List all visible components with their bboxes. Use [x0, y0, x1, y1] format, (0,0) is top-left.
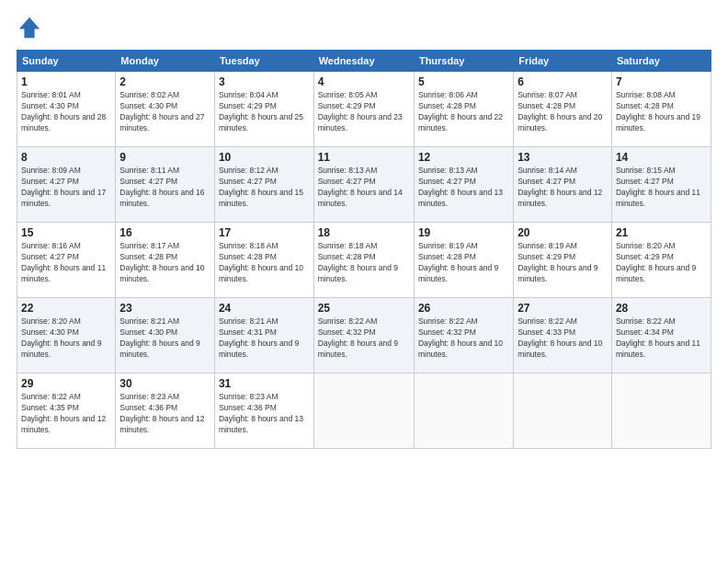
calendar-cell: 10Sunrise: 8:12 AMSunset: 4:27 PMDayligh…: [214, 147, 313, 223]
day-info: Sunrise: 8:07 AMSunset: 4:28 PMDaylight:…: [518, 90, 608, 134]
day-info: Sunrise: 8:13 AMSunset: 4:27 PMDaylight:…: [418, 166, 509, 210]
day-info: Sunrise: 8:17 AMSunset: 4:28 PMDaylight:…: [119, 241, 210, 285]
day-info: Sunrise: 8:22 AMSunset: 4:34 PMDaylight:…: [616, 316, 707, 361]
calendar-cell: [611, 373, 711, 449]
day-number: 1: [21, 75, 111, 88]
day-info: Sunrise: 8:19 AMSunset: 4:28 PMDaylight:…: [418, 241, 509, 285]
day-info: Sunrise: 8:23 AMSunset: 4:36 PMDaylight:…: [119, 392, 210, 436]
calendar-cell: 20Sunrise: 8:19 AMSunset: 4:29 PMDayligh…: [514, 223, 612, 298]
day-info: Sunrise: 8:21 AMSunset: 4:30 PMDaylight:…: [119, 316, 210, 361]
calendar-cell: 25Sunrise: 8:22 AMSunset: 4:32 PMDayligh…: [313, 298, 414, 373]
calendar-cell: 4Sunrise: 8:05 AMSunset: 4:29 PMDaylight…: [313, 72, 414, 147]
calendar-cell: 19Sunrise: 8:19 AMSunset: 4:28 PMDayligh…: [414, 223, 513, 298]
day-number: 31: [219, 377, 310, 390]
day-number: 10: [219, 151, 310, 164]
calendar-week-row: 8Sunrise: 8:09 AMSunset: 4:27 PMDaylight…: [17, 147, 711, 223]
weekday-row: SundayMondayTuesdayWednesdayThursdayFrid…: [17, 51, 711, 72]
calendar-week-row: 1Sunrise: 8:01 AMSunset: 4:30 PMDaylight…: [17, 72, 711, 147]
day-number: 24: [219, 302, 310, 315]
calendar-cell: 18Sunrise: 8:18 AMSunset: 4:28 PMDayligh…: [313, 223, 414, 298]
calendar-table: SundayMondayTuesdayWednesdayThursdayFrid…: [17, 50, 711, 449]
calendar-week-row: 29Sunrise: 8:22 AMSunset: 4:35 PMDayligh…: [17, 373, 711, 449]
day-number: 27: [518, 302, 608, 315]
calendar-cell: 13Sunrise: 8:14 AMSunset: 4:27 PMDayligh…: [514, 147, 612, 223]
header: [17, 15, 711, 40]
day-number: 16: [119, 226, 210, 239]
calendar-cell: 29Sunrise: 8:22 AMSunset: 4:35 PMDayligh…: [17, 373, 116, 449]
day-number: 15: [21, 226, 111, 239]
day-info: Sunrise: 8:06 AMSunset: 4:28 PMDaylight:…: [418, 90, 509, 134]
day-info: Sunrise: 8:23 AMSunset: 4:36 PMDaylight:…: [219, 392, 310, 436]
page: SundayMondayTuesdayWednesdayThursdayFrid…: [0, 0, 728, 563]
day-info: Sunrise: 8:22 AMSunset: 4:32 PMDaylight:…: [418, 316, 509, 361]
logo: [17, 15, 46, 40]
day-info: Sunrise: 8:20 AMSunset: 4:29 PMDaylight:…: [616, 241, 707, 285]
calendar-header: SundayMondayTuesdayWednesdayThursdayFrid…: [17, 51, 711, 72]
calendar-cell: 30Sunrise: 8:23 AMSunset: 4:36 PMDayligh…: [116, 373, 215, 449]
day-number: 18: [318, 226, 410, 239]
day-info: Sunrise: 8:15 AMSunset: 4:27 PMDaylight:…: [616, 166, 707, 210]
day-number: 17: [219, 226, 310, 239]
weekday-header: Monday: [116, 51, 215, 72]
day-info: Sunrise: 8:13 AMSunset: 4:27 PMDaylight:…: [318, 166, 410, 210]
day-number: 20: [518, 226, 608, 239]
day-number: 3: [219, 75, 310, 88]
day-info: Sunrise: 8:02 AMSunset: 4:30 PMDaylight:…: [119, 90, 210, 134]
logo-icon: [17, 15, 42, 40]
svg-marker-0: [19, 17, 40, 38]
calendar-cell: 14Sunrise: 8:15 AMSunset: 4:27 PMDayligh…: [611, 147, 711, 223]
day-number: 23: [119, 302, 210, 315]
calendar-cell: 8Sunrise: 8:09 AMSunset: 4:27 PMDaylight…: [17, 147, 116, 223]
day-number: 25: [318, 302, 410, 315]
day-number: 26: [418, 302, 509, 315]
weekday-header: Friday: [514, 51, 612, 72]
day-info: Sunrise: 8:11 AMSunset: 4:27 PMDaylight:…: [119, 166, 210, 210]
weekday-header: Wednesday: [313, 51, 414, 72]
calendar-cell: 22Sunrise: 8:20 AMSunset: 4:30 PMDayligh…: [17, 298, 116, 373]
day-number: 7: [616, 75, 707, 88]
day-number: 22: [21, 302, 111, 315]
calendar-cell: 23Sunrise: 8:21 AMSunset: 4:30 PMDayligh…: [116, 298, 215, 373]
calendar-cell: 12Sunrise: 8:13 AMSunset: 4:27 PMDayligh…: [414, 147, 513, 223]
day-number: 2: [119, 75, 210, 88]
day-info: Sunrise: 8:18 AMSunset: 4:28 PMDaylight:…: [318, 241, 410, 285]
day-number: 28: [616, 302, 707, 315]
day-number: 6: [518, 75, 608, 88]
calendar-cell: 5Sunrise: 8:06 AMSunset: 4:28 PMDaylight…: [414, 72, 513, 147]
calendar-cell: 1Sunrise: 8:01 AMSunset: 4:30 PMDaylight…: [17, 72, 116, 147]
day-number: 19: [418, 226, 509, 239]
calendar-cell: [414, 373, 513, 449]
day-info: Sunrise: 8:22 AMSunset: 4:32 PMDaylight:…: [318, 316, 410, 361]
day-info: Sunrise: 8:12 AMSunset: 4:27 PMDaylight:…: [219, 166, 310, 210]
calendar-cell: 7Sunrise: 8:08 AMSunset: 4:28 PMDaylight…: [611, 72, 711, 147]
calendar-cell: 26Sunrise: 8:22 AMSunset: 4:32 PMDayligh…: [414, 298, 513, 373]
day-number: 29: [21, 377, 111, 390]
day-number: 4: [318, 75, 410, 88]
weekday-header: Tuesday: [214, 51, 313, 72]
day-number: 11: [318, 151, 410, 164]
calendar-cell: 3Sunrise: 8:04 AMSunset: 4:29 PMDaylight…: [214, 72, 313, 147]
day-info: Sunrise: 8:14 AMSunset: 4:27 PMDaylight:…: [518, 166, 608, 210]
day-number: 8: [21, 151, 111, 164]
calendar-cell: [514, 373, 612, 449]
day-number: 13: [518, 151, 608, 164]
weekday-header: Saturday: [611, 51, 711, 72]
calendar-cell: 9Sunrise: 8:11 AMSunset: 4:27 PMDaylight…: [116, 147, 215, 223]
day-info: Sunrise: 8:22 AMSunset: 4:33 PMDaylight:…: [518, 316, 608, 361]
day-info: Sunrise: 8:20 AMSunset: 4:30 PMDaylight:…: [21, 316, 111, 361]
calendar-cell: 15Sunrise: 8:16 AMSunset: 4:27 PMDayligh…: [17, 223, 116, 298]
weekday-header: Thursday: [414, 51, 513, 72]
calendar-cell: 24Sunrise: 8:21 AMSunset: 4:31 PMDayligh…: [214, 298, 313, 373]
day-info: Sunrise: 8:04 AMSunset: 4:29 PMDaylight:…: [219, 90, 310, 134]
calendar-cell: [313, 373, 414, 449]
calendar-cell: 6Sunrise: 8:07 AMSunset: 4:28 PMDaylight…: [514, 72, 612, 147]
weekday-header: Sunday: [17, 51, 116, 72]
day-number: 21: [616, 226, 707, 239]
calendar-cell: 2Sunrise: 8:02 AMSunset: 4:30 PMDaylight…: [116, 72, 215, 147]
calendar-cell: 28Sunrise: 8:22 AMSunset: 4:34 PMDayligh…: [611, 298, 711, 373]
day-info: Sunrise: 8:16 AMSunset: 4:27 PMDaylight:…: [21, 241, 111, 285]
day-info: Sunrise: 8:21 AMSunset: 4:31 PMDaylight:…: [219, 316, 310, 361]
calendar-cell: 11Sunrise: 8:13 AMSunset: 4:27 PMDayligh…: [313, 147, 414, 223]
day-number: 30: [119, 377, 210, 390]
calendar-cell: 21Sunrise: 8:20 AMSunset: 4:29 PMDayligh…: [611, 223, 711, 298]
